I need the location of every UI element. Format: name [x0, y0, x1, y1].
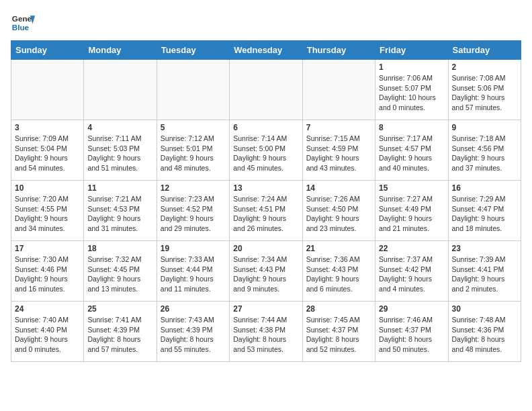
calendar-cell: 22Sunrise: 7:37 AM Sunset: 4:42 PM Dayli…	[375, 241, 448, 302]
day-info: Sunrise: 7:43 AM Sunset: 4:39 PM Dayligh…	[161, 315, 226, 355]
calendar-cell: 18Sunrise: 7:32 AM Sunset: 4:45 PM Dayli…	[84, 241, 157, 302]
calendar-cell: 3Sunrise: 7:09 AM Sunset: 5:04 PM Daylig…	[11, 120, 84, 181]
day-number: 20	[233, 244, 298, 253]
calendar-cell	[84, 60, 157, 120]
day-info: Sunrise: 7:30 AM Sunset: 4:46 PM Dayligh…	[15, 255, 80, 294]
calendar-cell	[302, 60, 375, 120]
week-row-4: 17Sunrise: 7:30 AM Sunset: 4:46 PM Dayli…	[11, 241, 521, 302]
day-info: Sunrise: 7:36 AM Sunset: 4:43 PM Dayligh…	[306, 255, 371, 294]
calendar-cell: 17Sunrise: 7:30 AM Sunset: 4:46 PM Dayli…	[11, 241, 84, 302]
day-info: Sunrise: 7:41 AM Sunset: 4:39 PM Dayligh…	[87, 315, 152, 355]
page-header: General Blue	[11, 11, 521, 35]
calendar-cell: 25Sunrise: 7:41 AM Sunset: 4:39 PM Dayli…	[84, 302, 157, 362]
calendar-cell: 19Sunrise: 7:33 AM Sunset: 4:44 PM Dayli…	[157, 241, 229, 302]
calendar-cell: 9Sunrise: 7:18 AM Sunset: 4:56 PM Daylig…	[448, 120, 521, 181]
day-info: Sunrise: 7:33 AM Sunset: 4:44 PM Dayligh…	[161, 255, 226, 294]
calendar-cell: 15Sunrise: 7:27 AM Sunset: 4:49 PM Dayli…	[375, 181, 448, 241]
day-info: Sunrise: 7:06 AM Sunset: 5:07 PM Dayligh…	[379, 73, 444, 113]
day-info: Sunrise: 7:48 AM Sunset: 4:36 PM Dayligh…	[452, 315, 517, 355]
day-number: 23	[452, 244, 517, 253]
week-row-1: 1Sunrise: 7:06 AM Sunset: 5:07 PM Daylig…	[11, 60, 521, 120]
day-number: 30	[452, 304, 517, 314]
calendar-cell: 6Sunrise: 7:14 AM Sunset: 5:00 PM Daylig…	[230, 120, 302, 181]
day-number: 7	[306, 123, 371, 132]
day-info: Sunrise: 7:44 AM Sunset: 4:38 PM Dayligh…	[233, 315, 298, 355]
day-number: 1	[379, 62, 444, 72]
day-number: 9	[452, 123, 517, 132]
day-number: 10	[15, 183, 80, 193]
calendar-table: SundayMondayTuesdayWednesdayThursdayFrid…	[11, 40, 521, 362]
calendar-cell: 16Sunrise: 7:29 AM Sunset: 4:47 PM Dayli…	[448, 181, 521, 241]
header-sunday: Sunday	[11, 41, 84, 60]
calendar-cell: 23Sunrise: 7:39 AM Sunset: 4:41 PM Dayli…	[448, 241, 521, 302]
calendar-cell	[230, 60, 302, 120]
day-info: Sunrise: 7:24 AM Sunset: 4:51 PM Dayligh…	[233, 194, 298, 234]
calendar-header-row: SundayMondayTuesdayWednesdayThursdayFrid…	[11, 41, 521, 60]
week-row-3: 10Sunrise: 7:20 AM Sunset: 4:55 PM Dayli…	[11, 181, 521, 241]
day-info: Sunrise: 7:32 AM Sunset: 4:45 PM Dayligh…	[87, 255, 152, 294]
calendar-cell: 5Sunrise: 7:12 AM Sunset: 5:01 PM Daylig…	[157, 120, 229, 181]
day-number: 14	[306, 183, 371, 193]
calendar-cell: 10Sunrise: 7:20 AM Sunset: 4:55 PM Dayli…	[11, 181, 84, 241]
day-number: 16	[452, 183, 517, 193]
day-info: Sunrise: 7:37 AM Sunset: 4:42 PM Dayligh…	[379, 255, 444, 294]
day-info: Sunrise: 7:46 AM Sunset: 4:37 PM Dayligh…	[379, 315, 444, 355]
calendar-cell: 26Sunrise: 7:43 AM Sunset: 4:39 PM Dayli…	[157, 302, 229, 362]
logo: General Blue	[11, 11, 35, 35]
calendar-cell: 11Sunrise: 7:21 AM Sunset: 4:53 PM Dayli…	[84, 181, 157, 241]
day-info: Sunrise: 7:23 AM Sunset: 4:52 PM Dayligh…	[161, 194, 226, 234]
calendar-cell: 1Sunrise: 7:06 AM Sunset: 5:07 PM Daylig…	[375, 60, 448, 120]
calendar-cell: 28Sunrise: 7:45 AM Sunset: 4:37 PM Dayli…	[302, 302, 375, 362]
day-info: Sunrise: 7:08 AM Sunset: 5:06 PM Dayligh…	[452, 73, 517, 113]
day-number: 27	[233, 304, 298, 314]
calendar-cell: 8Sunrise: 7:17 AM Sunset: 4:57 PM Daylig…	[375, 120, 448, 181]
week-row-2: 3Sunrise: 7:09 AM Sunset: 5:04 PM Daylig…	[11, 120, 521, 181]
day-info: Sunrise: 7:12 AM Sunset: 5:01 PM Dayligh…	[161, 134, 226, 173]
calendar-cell: 21Sunrise: 7:36 AM Sunset: 4:43 PM Dayli…	[302, 241, 375, 302]
day-number: 12	[161, 183, 226, 193]
day-info: Sunrise: 7:34 AM Sunset: 4:43 PM Dayligh…	[233, 255, 298, 294]
header-tuesday: Tuesday	[157, 41, 229, 60]
day-info: Sunrise: 7:14 AM Sunset: 5:00 PM Dayligh…	[233, 134, 298, 173]
day-info: Sunrise: 7:39 AM Sunset: 4:41 PM Dayligh…	[452, 255, 517, 294]
day-info: Sunrise: 7:21 AM Sunset: 4:53 PM Dayligh…	[87, 194, 152, 234]
day-number: 24	[15, 304, 80, 314]
logo-icon: General Blue	[11, 11, 35, 35]
calendar-cell: 27Sunrise: 7:44 AM Sunset: 4:38 PM Dayli…	[230, 302, 302, 362]
day-info: Sunrise: 7:45 AM Sunset: 4:37 PM Dayligh…	[306, 315, 371, 355]
day-number: 6	[233, 123, 298, 132]
day-number: 4	[87, 123, 152, 132]
calendar-cell: 12Sunrise: 7:23 AM Sunset: 4:52 PM Dayli…	[157, 181, 229, 241]
day-number: 11	[87, 183, 152, 193]
calendar-cell: 13Sunrise: 7:24 AM Sunset: 4:51 PM Dayli…	[230, 181, 302, 241]
day-number: 17	[15, 244, 80, 253]
header-monday: Monday	[84, 41, 157, 60]
calendar-cell: 14Sunrise: 7:26 AM Sunset: 4:50 PM Dayli…	[302, 181, 375, 241]
day-info: Sunrise: 7:27 AM Sunset: 4:49 PM Dayligh…	[379, 194, 444, 234]
calendar-cell: 24Sunrise: 7:40 AM Sunset: 4:40 PM Dayli…	[11, 302, 84, 362]
day-number: 8	[379, 123, 444, 132]
day-info: Sunrise: 7:17 AM Sunset: 4:57 PM Dayligh…	[379, 134, 444, 173]
header-thursday: Thursday	[302, 41, 375, 60]
day-number: 2	[452, 62, 517, 72]
day-number: 28	[306, 304, 371, 314]
calendar-cell: 7Sunrise: 7:15 AM Sunset: 4:59 PM Daylig…	[302, 120, 375, 181]
day-info: Sunrise: 7:40 AM Sunset: 4:40 PM Dayligh…	[15, 315, 80, 355]
calendar-cell	[157, 60, 229, 120]
day-number: 25	[87, 304, 152, 314]
header-wednesday: Wednesday	[230, 41, 302, 60]
calendar-cell: 20Sunrise: 7:34 AM Sunset: 4:43 PM Dayli…	[230, 241, 302, 302]
day-info: Sunrise: 7:09 AM Sunset: 5:04 PM Dayligh…	[15, 134, 80, 173]
day-number: 13	[233, 183, 298, 193]
day-number: 3	[15, 123, 80, 132]
day-number: 21	[306, 244, 371, 253]
day-number: 15	[379, 183, 444, 193]
svg-text:Blue: Blue	[12, 23, 30, 32]
day-number: 29	[379, 304, 444, 314]
day-number: 19	[161, 244, 226, 253]
day-info: Sunrise: 7:11 AM Sunset: 5:03 PM Dayligh…	[87, 134, 152, 173]
week-row-5: 24Sunrise: 7:40 AM Sunset: 4:40 PM Dayli…	[11, 302, 521, 362]
calendar-cell: 2Sunrise: 7:08 AM Sunset: 5:06 PM Daylig…	[448, 60, 521, 120]
day-info: Sunrise: 7:18 AM Sunset: 4:56 PM Dayligh…	[452, 134, 517, 173]
day-info: Sunrise: 7:20 AM Sunset: 4:55 PM Dayligh…	[15, 194, 80, 234]
